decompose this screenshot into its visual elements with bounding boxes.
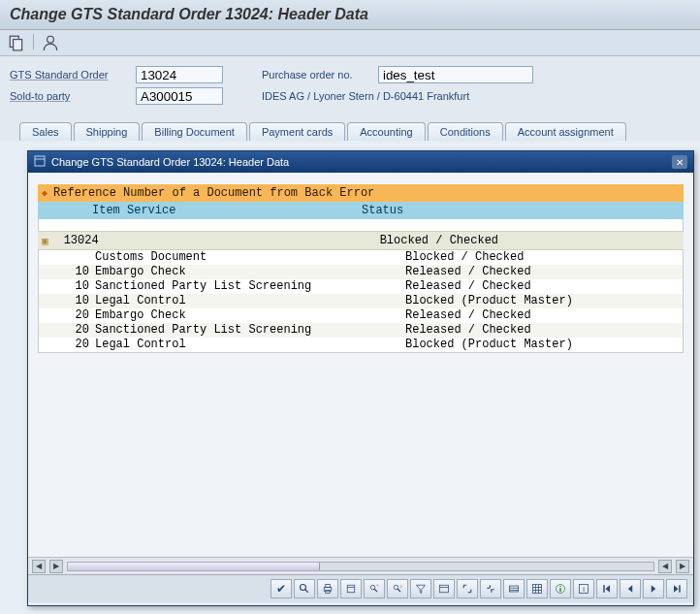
row-service: Legal Control [95,294,405,308]
table-row: 20 Legal Control Blocked (Product Master… [39,338,683,352]
tab-shipping[interactable]: Shipping [74,122,141,141]
row-item: 10 [43,294,95,308]
find-icon[interactable] [364,579,385,598]
app-toolbar [0,30,700,56]
svg-rect-22 [533,585,542,594]
row-status: Released / Checked [405,265,679,279]
svg-rect-19 [510,586,519,592]
svg-point-29 [559,586,561,588]
modal-body: ◆ Reference Number of a Document from Ba… [28,173,693,557]
svg-rect-17 [440,585,449,593]
separator [33,34,34,49]
row-service: Sanctioned Party List Screening [95,279,405,294]
row-status: Released / Checked [405,308,679,323]
tab-sales[interactable]: Sales [19,122,72,141]
scroll-right-icon[interactable]: ▶ [49,560,63,573]
download-icon[interactable] [340,579,362,598]
first-icon[interactable] [596,579,618,598]
close-icon[interactable]: ✕ [672,155,687,169]
tab-billing[interactable]: Billing Document [142,122,247,141]
order-value-input[interactable] [136,66,223,83]
row-item: 10 [43,279,95,294]
last-icon[interactable] [666,579,687,598]
row-service: Legal Control [95,338,405,352]
col-itemservice: Item Service [42,204,362,217]
scroll-left2-icon[interactable]: ◀ [658,560,672,573]
modal-titlebar: Change GTS Standard Order 13024: Header … [28,151,693,173]
tab-accounting[interactable]: Accounting [347,122,425,141]
row-item [43,250,95,265]
print-icon[interactable] [317,579,338,598]
soldto-label[interactable]: Sold-to party [10,90,136,102]
tab-account-assignment[interactable]: Account assignment [505,122,626,141]
collapse-icon[interactable] [480,579,501,598]
po-value-input[interactable] [378,66,533,83]
help-icon[interactable]: i [573,579,594,598]
svg-line-13 [374,589,377,592]
svg-rect-3 [35,156,45,166]
table-row: 20 Sanctioned Party List Screening Relea… [39,323,683,338]
header-form: GTS Standard Order Purchase order no. So… [0,56,700,114]
order-label[interactable]: GTS Standard Order [10,69,136,81]
po-label: Purchase order no. [262,69,378,81]
other-document-icon[interactable] [8,34,25,51]
grid-icon[interactable] [526,579,548,598]
next-icon[interactable] [643,579,664,598]
row-item: 20 [43,338,95,352]
scroll-track[interactable] [67,562,654,571]
scroll-thumb[interactable] [68,563,320,570]
person-icon[interactable] [42,34,59,51]
soldto-text: IDES AG / Lyoner Stern / D-60441 Frankfu… [262,90,469,102]
table-row: 10 Sanctioned Party List Screening Relea… [39,279,683,294]
group-id: 13024 [54,234,374,247]
row-service: Embargo Check [95,308,405,323]
svg-line-16 [398,589,400,592]
table-row: Customs Document Blocked / Checked [39,250,683,265]
find-next-icon[interactable] [387,579,408,598]
group-row[interactable]: ▣ 13024 Blocked / Checked [38,231,684,250]
modal-title-text: Change GTS Standard Order 13024: Header … [51,156,289,168]
table-row: 10 Legal Control Blocked (Product Master… [39,294,683,308]
data-table: Customs Document Blocked / Checked 10 Em… [38,250,684,353]
prev-icon[interactable] [620,579,641,598]
row-item: 10 [43,265,95,279]
svg-rect-10 [347,585,355,593]
horizontal-scrollbar: ◀ ▶ ◀ ▶ [28,557,693,574]
modal-dialog: Change GTS Standard Order 13024: Header … [27,150,694,606]
scroll-right2-icon[interactable]: ▶ [676,560,689,573]
row-status: Blocked (Product Master) [405,338,679,352]
filter-icon[interactable] [410,579,431,598]
scroll-left-icon[interactable]: ◀ [32,560,46,573]
col-status: Status [362,204,680,217]
svg-point-5 [301,585,306,591]
sum-icon[interactable] [433,579,455,598]
row-status: Blocked / Checked [405,250,679,265]
check-icon[interactable]: ✔ [270,579,292,598]
window-icon [34,155,46,169]
table-row: 10 Embargo Check Released / Checked [39,265,683,279]
svg-point-2 [48,36,54,43]
expand-icon[interactable] [457,579,478,598]
info-icon[interactable] [550,579,571,598]
row-status: Released / Checked [405,323,679,338]
row-status: Released / Checked [405,279,679,294]
page-title: Change GTS Standard Order 13024: Header … [0,0,700,30]
reference-header: ◆ Reference Number of a Document from Ba… [38,184,684,202]
group-status: Blocked / Checked [380,234,680,247]
tab-conditions[interactable]: Conditions [428,122,503,141]
search-icon[interactable] [294,579,315,598]
svg-line-6 [305,590,308,593]
svg-text:i: i [583,585,585,594]
column-header: Item Service Status [38,202,684,219]
soldto-value-input[interactable] [136,87,223,105]
layout-icon[interactable] [503,579,525,598]
row-item: 20 [43,323,95,338]
svg-rect-1 [14,40,22,50]
row-service: Customs Document [95,250,405,265]
spacer [38,219,684,231]
tab-payment[interactable]: Payment cards [249,122,345,141]
collapse-icon[interactable]: ◆ [42,187,48,199]
folder-icon: ▣ [42,235,48,247]
row-item: 20 [43,308,95,323]
reference-header-text: Reference Number of a Document from Back… [53,186,374,200]
